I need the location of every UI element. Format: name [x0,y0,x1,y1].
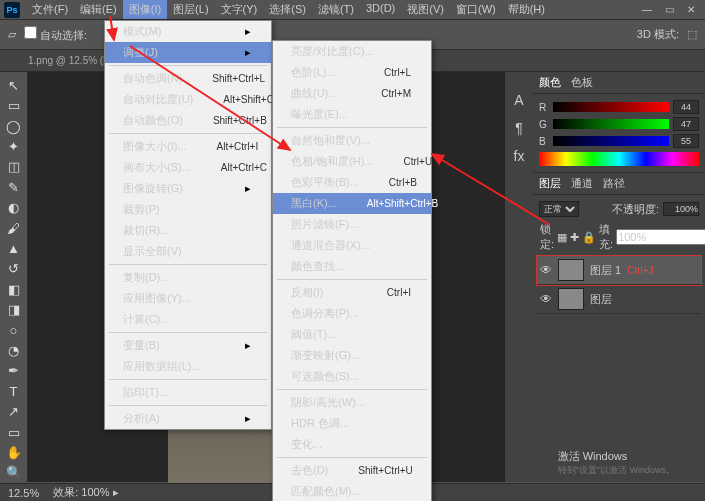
layer-row[interactable]: 👁图层 [537,285,701,314]
menu-5[interactable]: 选择(S) [263,0,312,19]
gradient-tool[interactable]: ◨ [3,300,25,318]
path-tool[interactable]: ↗ [3,403,25,421]
g-slider[interactable] [553,119,669,129]
tab-swatches[interactable]: 色板 [571,75,593,90]
menuitem[interactable]: 通道混合器(X)... [273,235,431,256]
b-slider[interactable] [553,136,669,146]
lock-pixels-icon[interactable]: ▦ [557,231,567,244]
tab-channels[interactable]: 通道 [571,176,593,191]
styles-panel-icon[interactable]: fx [514,148,525,164]
menuitem[interactable]: 自动颜色(O)Shift+Ctrl+B [105,110,271,131]
menuitem[interactable]: 复制(D)... [105,267,271,288]
menuitem[interactable]: 颜色查找... [273,256,431,277]
move-tool[interactable]: ↖ [3,76,25,94]
layer-row[interactable]: 👁图层 1Ctrl+J [537,256,701,285]
menuitem[interactable]: 自动色调(N)Shift+Ctrl+L [105,68,271,89]
menu-7[interactable]: 3D(D) [360,0,401,19]
maximize-button[interactable]: ▭ [659,3,679,17]
menuitem[interactable]: 自然饱和度(V)... [273,130,431,151]
eraser-tool[interactable]: ◧ [3,280,25,298]
menuitem[interactable]: 变化... [273,434,431,455]
menuitem[interactable]: 反相(I)Ctrl+I [273,282,431,303]
marquee-tool[interactable]: ▭ [3,96,25,114]
tab-paths[interactable]: 路径 [603,176,625,191]
minimize-button[interactable]: — [637,3,657,17]
menuitem[interactable]: 曲线(U)...Ctrl+M [273,83,431,104]
spot-heal-tool[interactable]: ◐ [3,198,25,216]
menu-3[interactable]: 图层(L) [167,0,214,19]
color-spectrum[interactable] [539,152,699,166]
menuitem[interactable]: 图像大小(I)...Alt+Ctrl+I [105,136,271,157]
menuitem[interactable]: 色阶(L)...Ctrl+L [273,62,431,83]
menu-6[interactable]: 滤镜(T) [312,0,360,19]
dodge-tool[interactable]: ◔ [3,341,25,359]
menu-0[interactable]: 文件(F) [26,0,74,19]
3d-icon[interactable]: ⬚ [687,28,697,41]
menu-4[interactable]: 文字(Y) [215,0,264,19]
close-button[interactable]: ✕ [681,3,701,17]
menu-8[interactable]: 视图(V) [401,0,450,19]
type-panel-icon[interactable]: A [514,92,523,108]
menuitem[interactable]: 裁切(R)... [105,220,271,241]
blur-tool[interactable]: ○ [3,321,25,339]
r-value[interactable]: 44 [673,100,699,114]
tab-color[interactable]: 颜色 [539,75,561,90]
menu-1[interactable]: 编辑(E) [74,0,123,19]
menuitem[interactable]: 亮度/对比度(C)... [273,41,431,62]
menuitem[interactable]: 匹配颜色(M)... [273,481,431,501]
brush-tool[interactable]: 🖌 [3,219,25,237]
zoom-level[interactable]: 12.5% [8,487,39,499]
menuitem[interactable]: 阴影/高光(W)... [273,392,431,413]
menuitem[interactable]: 变量(B)▸ [105,335,271,356]
blend-mode-select[interactable]: 正常 [539,201,579,217]
tab-layers[interactable]: 图层 [539,176,561,191]
menu-9[interactable]: 窗口(W) [450,0,502,19]
menuitem[interactable]: 照片滤镜(F)... [273,214,431,235]
menuitem[interactable]: 自动对比度(U)Alt+Shift+Ctrl+L [105,89,271,110]
auto-select-checkbox[interactable]: 自动选择: [24,26,87,43]
menuitem[interactable]: 黑白(K)...Alt+Shift+Ctrl+B [273,193,431,214]
lock-all-icon[interactable]: 🔒 [582,231,596,244]
b-value[interactable]: 55 [673,134,699,148]
opacity-input[interactable] [663,202,699,216]
menuitem[interactable]: 调整(J)▸ [105,42,271,63]
menuitem[interactable]: 色相/饱和度(H)...Ctrl+U [273,151,431,172]
menuitem[interactable]: 裁剪(P) [105,199,271,220]
crop-tool[interactable]: ◫ [3,158,25,176]
menuitem[interactable]: 画布大小(S)...Alt+Ctrl+C [105,157,271,178]
menuitem[interactable]: 阈值(T)... [273,324,431,345]
wand-tool[interactable]: ✦ [3,137,25,155]
effects-indicator[interactable]: 效果: 100% ▸ [53,485,118,500]
menuitem[interactable]: 曝光度(E)... [273,104,431,125]
stamp-tool[interactable]: ▲ [3,239,25,257]
menuitem[interactable]: 应用数据组(L)... [105,356,271,377]
paragraph-panel-icon[interactable]: ¶ [515,120,523,136]
r-slider[interactable] [553,102,669,112]
menuitem[interactable]: 显示全部(V) [105,241,271,262]
history-brush-tool[interactable]: ↺ [3,260,25,278]
g-value[interactable]: 47 [673,117,699,131]
fill-input[interactable] [616,229,705,245]
menuitem[interactable]: 色调分离(P)... [273,303,431,324]
menuitem[interactable]: 陷印(T)... [105,382,271,403]
menu-2[interactable]: 图像(I) [123,0,167,19]
menuitem[interactable]: 去色(D)Shift+Ctrl+U [273,460,431,481]
hand-tool[interactable]: ✋ [3,443,25,461]
menuitem[interactable]: 可选颜色(S)... [273,366,431,387]
pen-tool[interactable]: ✒ [3,362,25,380]
menuitem[interactable]: 分析(A)▸ [105,408,271,429]
menuitem[interactable]: HDR 色调... [273,413,431,434]
menuitem[interactable]: 计算(C)... [105,309,271,330]
menuitem[interactable]: 渐变映射(G)... [273,345,431,366]
shape-tool[interactable]: ▭ [3,423,25,441]
menuitem[interactable]: 图像旋转(G)▸ [105,178,271,199]
menuitem[interactable]: 色彩平衡(B)...Ctrl+B [273,172,431,193]
type-tool[interactable]: T [3,382,25,400]
zoom-tool[interactable]: 🔍 [3,464,25,482]
menuitem[interactable]: 模式(M)▸ [105,21,271,42]
visibility-icon[interactable]: 👁 [540,263,552,277]
menu-10[interactable]: 帮助(H) [502,0,551,19]
lasso-tool[interactable]: ◯ [3,117,25,135]
menuitem[interactable]: 应用图像(Y)... [105,288,271,309]
visibility-icon[interactable]: 👁 [540,292,552,306]
